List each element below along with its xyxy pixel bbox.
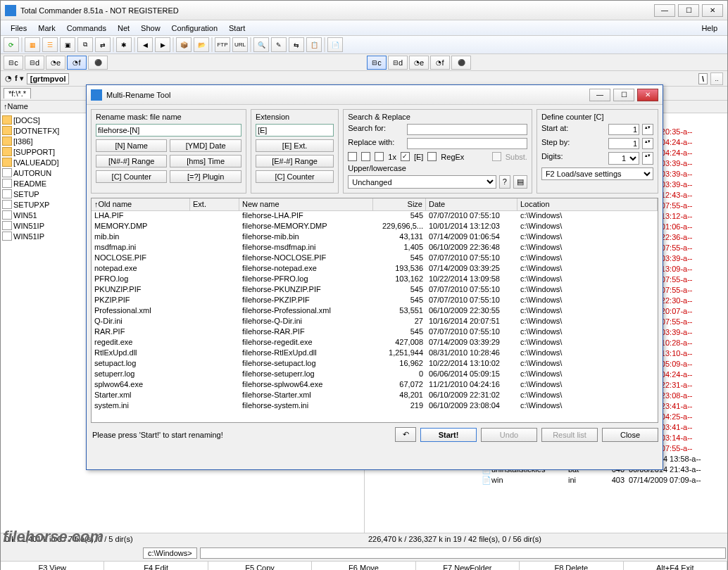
multirename-icon[interactable]: ✎ xyxy=(271,37,287,52)
search-input[interactable] xyxy=(407,124,527,135)
btn-erange[interactable]: [E#-#] Range xyxy=(256,155,334,167)
drive-letter-left[interactable]: f ▾ xyxy=(15,74,24,83)
btn-name[interactable]: [N] Name xyxy=(96,139,167,152)
rename-row[interactable]: Professional.xmlfilehorse-Professional.x… xyxy=(92,306,658,317)
start-input[interactable] xyxy=(608,124,639,135)
result-list-button[interactable]: Result list xyxy=(541,428,598,442)
mask-input[interactable] xyxy=(96,124,241,137)
main-titlebar[interactable]: Total Commander 8.51a - NOT REGISTERED —… xyxy=(1,1,727,20)
menu-show[interactable]: Show xyxy=(135,24,166,32)
drive-e-right[interactable]: ◔ e xyxy=(409,56,429,70)
view-tree-icon[interactable]: ⧉ xyxy=(77,37,93,52)
rename-row[interactable]: msdfmap.inifilehorse-msdfmap.ini1,40506/… xyxy=(92,243,658,253)
f4-edit[interactable]: F4 Edit xyxy=(104,562,208,570)
close-button[interactable]: ✕ xyxy=(702,4,723,17)
menu-mark[interactable]: Mark xyxy=(32,24,61,32)
f3-view[interactable]: F3 View xyxy=(1,562,104,570)
rename-row[interactable]: mib.binfilehorse-mib.bin43,13107/14/2009… xyxy=(92,232,658,243)
ext-input[interactable] xyxy=(256,124,334,137)
rename-row[interactable]: PKZIP.PIFfilehorse-PKZIP.PIF54507/07/201… xyxy=(92,296,658,306)
drive-net-left[interactable]: ⚫ xyxy=(88,56,108,70)
undo-button[interactable]: Undo xyxy=(481,428,537,442)
file-row[interactable]: 📄winini40307/14/2009 07:09-a-- xyxy=(482,476,727,486)
rename-row[interactable]: LHA.PIFfilehorse-LHA.PIF54507/07/2010 07… xyxy=(92,211,658,222)
col-oldname[interactable]: ↑Old name xyxy=(92,198,190,210)
btn-range[interactable]: [N#-#] Range xyxy=(96,155,167,167)
tab-left[interactable]: *f:\*.* xyxy=(4,88,31,99)
pack-icon[interactable]: 📦 xyxy=(176,37,192,52)
btn-ext[interactable]: [E] Ext. xyxy=(256,139,334,152)
path-right[interactable]: \ xyxy=(698,73,708,84)
close-button[interactable]: Close xyxy=(602,428,658,442)
btn-ymd[interactable]: [YMD] Date xyxy=(170,139,241,152)
minimize-button[interactable]: — xyxy=(654,4,675,17)
menu-help[interactable]: Help xyxy=(696,24,723,32)
rename-row[interactable]: splwow64.exefilehorse-splwow64.exe67,072… xyxy=(92,380,658,391)
col-size[interactable]: Size xyxy=(373,198,426,210)
step-input[interactable] xyxy=(608,138,639,149)
col-newname[interactable]: New name xyxy=(239,198,373,210)
rename-row[interactable]: setupact.logfilehorse-setupact.log16,962… xyxy=(92,359,658,369)
drive-f-right[interactable]: ◔ f xyxy=(430,56,450,70)
chk-1[interactable] xyxy=(348,152,357,161)
drive-e-left[interactable]: ◔ e xyxy=(46,56,65,70)
forward-icon[interactable]: ▶ xyxy=(155,37,170,52)
start-spin[interactable]: ▴▾ xyxy=(642,124,653,135)
drive-net-right[interactable]: ⚫ xyxy=(451,56,471,70)
alt-f4-exit[interactable]: Alt+F4 Exit xyxy=(624,562,727,570)
ftp-icon[interactable]: FTP xyxy=(215,37,230,52)
f6-move[interactable]: F6 Move xyxy=(312,562,415,570)
rename-row[interactable]: PKUNZIP.PIFfilehorse-PKUNZIP.PIF54507/07… xyxy=(92,285,658,296)
rename-row[interactable]: Starter.xmlfilehorse-Starter.xml48,20106… xyxy=(92,391,658,401)
updir-button[interactable]: .. xyxy=(710,72,723,85)
col-ext[interactable]: Ext. xyxy=(190,198,239,210)
back-icon[interactable]: ◀ xyxy=(137,37,153,52)
replace-input[interactable] xyxy=(407,138,527,149)
step-spin[interactable]: ▴▾ xyxy=(642,138,653,149)
f5-copy[interactable]: F5 Copy xyxy=(208,562,312,570)
rename-list[interactable]: ↑Old name Ext. New name Size Date Locati… xyxy=(91,198,658,423)
chk-e[interactable] xyxy=(401,152,410,161)
drive-f-left[interactable]: ◔ f xyxy=(67,56,87,70)
unpack-icon[interactable]: 📂 xyxy=(194,37,209,52)
notepad-icon[interactable]: 📄 xyxy=(327,37,343,52)
f7-newfolder[interactable]: F7 NewFolder xyxy=(416,562,520,570)
rename-row[interactable]: MEMORY.DMPfilehorse-MEMORY.DMP229,696,5.… xyxy=(92,222,658,232)
cmd-input[interactable] xyxy=(200,547,726,559)
menu-net[interactable]: Net xyxy=(112,24,135,32)
btn-plugin[interactable]: [=?] Plugin xyxy=(170,170,241,183)
btn-counter[interactable]: [C] Counter xyxy=(96,170,167,183)
sync-icon[interactable]: ⇄ xyxy=(95,37,111,52)
undo-icon-button[interactable]: ↶ xyxy=(395,427,416,442)
rename-row[interactable]: Q-Dir.inifilehorse-Q-Dir.ini2710/16/2014… xyxy=(92,317,658,327)
loadsave-select[interactable]: F2 Load/save settings xyxy=(541,167,653,180)
search-icon[interactable]: 🔍 xyxy=(253,37,269,52)
help-button[interactable]: ? xyxy=(499,175,510,189)
btn-ecounter[interactable]: [C] Counter xyxy=(256,170,334,183)
drive-c-right[interactable]: ⊟ c xyxy=(367,56,387,70)
maximize-button[interactable]: ☐ xyxy=(678,4,699,17)
rename-row[interactable]: NOCLOSE.PIFfilehorse-NOCLOSE.PIF54507/07… xyxy=(92,253,658,264)
case-select[interactable]: Unchanged xyxy=(348,175,496,189)
dialog-minimize-button[interactable]: — xyxy=(589,89,610,101)
btn-time[interactable]: [hms] Time xyxy=(170,155,241,167)
col-location[interactable]: Location xyxy=(517,198,658,210)
invert-icon[interactable]: ✱ xyxy=(116,37,132,52)
view-thumbs-icon[interactable]: ▣ xyxy=(60,37,75,52)
edit-button[interactable]: ▤ xyxy=(513,175,527,189)
drive-d-left[interactable]: ⊟ d xyxy=(25,56,44,70)
rename-row[interactable]: regedit.exefilehorse-regedit.exe427,0080… xyxy=(92,338,658,348)
view-brief-icon[interactable]: ▦ xyxy=(25,37,40,52)
chk-1x[interactable] xyxy=(375,152,384,161)
chk-subst[interactable] xyxy=(492,152,501,161)
menu-commands[interactable]: Commands xyxy=(61,24,112,32)
menu-start[interactable]: Start xyxy=(223,24,251,32)
rename-row[interactable]: PFRO.logfilehorse-PFRO.log103,16210/22/2… xyxy=(92,274,658,285)
f8-delete[interactable]: F8 Delete xyxy=(520,562,623,570)
rename-row[interactable]: system.inifilehorse-system.ini21906/10/2… xyxy=(92,401,658,412)
rename-row[interactable]: notepad.exefilehorse-notepad.exe193,5360… xyxy=(92,264,658,274)
digits-spin[interactable]: ▴▾ xyxy=(642,152,653,165)
chk-regex[interactable] xyxy=(427,152,437,161)
copy-names-icon[interactable]: 📋 xyxy=(306,37,322,52)
start-button[interactable]: Start! xyxy=(420,428,477,442)
